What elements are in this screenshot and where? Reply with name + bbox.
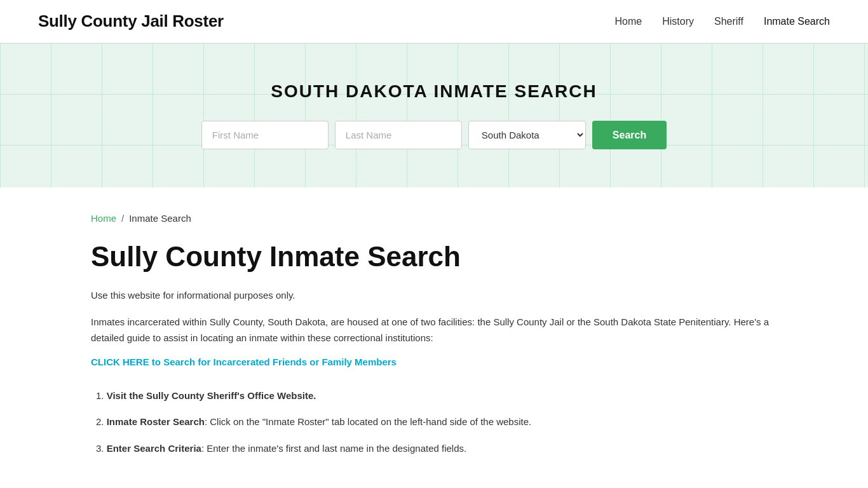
cta-link[interactable]: CLICK HERE to Search for Incarcerated Fr… xyxy=(91,356,397,367)
hero-banner: SOUTH DAKOTA INMATE SEARCH South DakotaA… xyxy=(0,43,868,187)
site-header: Sully County Jail Roster Home History Sh… xyxy=(0,0,868,43)
page-title: Sully County Inmate Search xyxy=(91,241,777,272)
nav-sheriff[interactable]: Sheriff xyxy=(714,16,743,27)
step-item: Enter Search Criteria: Enter the inmate'… xyxy=(91,440,777,457)
breadcrumb-separator: / xyxy=(121,213,124,224)
breadcrumb-home[interactable]: Home xyxy=(91,213,116,224)
state-select[interactable]: South DakotaAlabamaAlaskaArizonaArkansas… xyxy=(468,121,586,149)
site-title: Sully County Jail Roster xyxy=(38,11,224,31)
search-button[interactable]: Search xyxy=(592,121,667,149)
nav-home[interactable]: Home xyxy=(615,16,642,27)
intro-para-1: Use this website for informational purpo… xyxy=(91,287,777,304)
breadcrumb: Home / Inmate Search xyxy=(91,213,777,224)
step-item: Visit the Sully County Sheriff's Office … xyxy=(91,388,777,404)
nav-history[interactable]: History xyxy=(662,16,694,27)
step-item: Inmate Roster Search: Click on the "Inma… xyxy=(91,414,777,430)
search-bar: South DakotaAlabamaAlaskaArizonaArkansas… xyxy=(13,121,855,149)
main-nav: Home History Sheriff Inmate Search xyxy=(615,16,830,27)
breadcrumb-current: Inmate Search xyxy=(129,213,191,224)
last-name-input[interactable] xyxy=(335,121,462,149)
intro-para-2: Inmates incarcerated within Sully County… xyxy=(91,314,777,346)
steps-list: Visit the Sully County Sheriff's Office … xyxy=(91,388,777,457)
hero-title: SOUTH DAKOTA INMATE SEARCH xyxy=(13,81,855,102)
main-content: Home / Inmate Search Sully County Inmate… xyxy=(53,187,815,488)
first-name-input[interactable] xyxy=(201,121,329,149)
nav-inmate-search[interactable]: Inmate Search xyxy=(764,16,830,27)
